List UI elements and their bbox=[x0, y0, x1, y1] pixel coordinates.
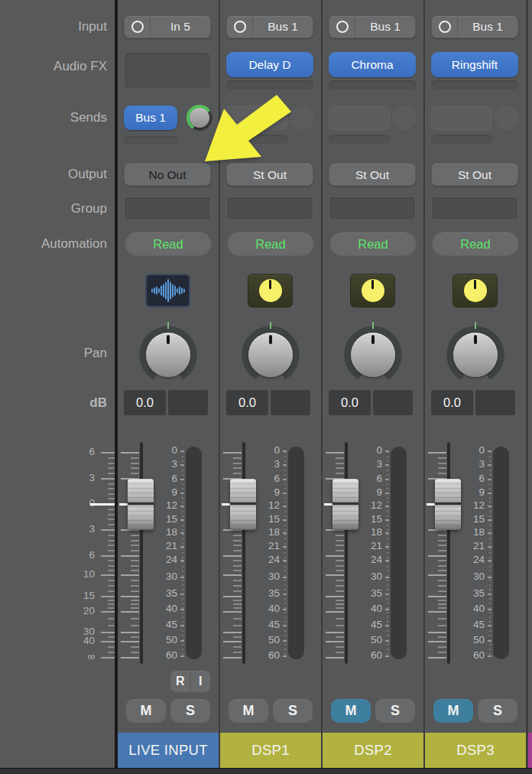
track-name[interactable]: DSP1 bbox=[220, 733, 321, 768]
automation-mode-button[interactable]: Read bbox=[125, 232, 212, 256]
input-source-button[interactable]: Bus 1 bbox=[431, 15, 518, 38]
send-empty-slot[interactable] bbox=[226, 106, 287, 130]
mute-button[interactable]: M bbox=[229, 699, 268, 723]
automation-mode-button[interactable]: Read bbox=[227, 232, 314, 256]
gain-scale-minor-tick bbox=[108, 600, 115, 601]
meter-scale-label: 60 bbox=[459, 649, 485, 661]
fader-ruler-tick bbox=[428, 574, 446, 576]
fader-ruler-minor-tick bbox=[336, 636, 344, 638]
fader-ruler-minor-tick bbox=[336, 457, 344, 459]
volume-db-display[interactable]: 0.0 bbox=[226, 390, 268, 415]
audio-fx-plugin-button[interactable]: Chroma bbox=[329, 52, 416, 77]
audio-fx-plugin-button[interactable]: Delay D bbox=[226, 52, 313, 77]
meter-scale-label: 35 bbox=[254, 587, 280, 599]
audio-fx-empty-slot[interactable] bbox=[431, 80, 518, 89]
audio-fx-empty-slot[interactable] bbox=[329, 80, 416, 89]
meter-scale-label: 15 bbox=[151, 513, 177, 525]
gain-scale-minor-tick bbox=[108, 540, 115, 541]
track-name[interactable]: DSP3 bbox=[425, 733, 526, 768]
gain-scale-minor-tick bbox=[108, 618, 115, 620]
send-empty-slot[interactable] bbox=[329, 135, 390, 144]
fader-ruler-minor-tick bbox=[438, 570, 446, 571]
audio-fx-empty-slot[interactable] bbox=[124, 52, 211, 89]
group-slot[interactable] bbox=[124, 197, 211, 220]
meter-scale-label: 9 bbox=[459, 486, 485, 498]
send-empty-slot[interactable] bbox=[124, 136, 177, 145]
automation-mode-button[interactable]: Read bbox=[432, 232, 519, 256]
send-empty-slot[interactable] bbox=[226, 135, 287, 144]
volume-db-display[interactable]: 0.0 bbox=[124, 390, 166, 415]
input-monitor-button[interactable]: I bbox=[191, 671, 211, 692]
gain-scale-minor-tick bbox=[108, 483, 115, 485]
send-empty-slot[interactable] bbox=[431, 106, 492, 130]
peak-level-display[interactable] bbox=[168, 390, 208, 415]
peak-level-display[interactable] bbox=[373, 390, 413, 415]
fader-ruler-tick bbox=[326, 596, 344, 597]
channel-format-button[interactable] bbox=[227, 16, 253, 37]
volume-db-display[interactable]: 0.0 bbox=[431, 390, 473, 415]
channel-format-button[interactable] bbox=[125, 16, 151, 37]
fader-cap[interactable] bbox=[435, 479, 461, 530]
fader-ruler-minor-tick bbox=[131, 535, 139, 536]
gain-scale-minor-tick bbox=[108, 607, 115, 609]
peak-level-display[interactable] bbox=[475, 390, 515, 415]
output-button[interactable]: No Out bbox=[124, 163, 211, 186]
solo-button[interactable]: S bbox=[273, 699, 313, 723]
mixer-window: Input Audio FX Sends Output Group Automa… bbox=[0, 0, 532, 774]
send-level-knob[interactable] bbox=[187, 105, 212, 131]
meter-scale-label: 18 bbox=[254, 526, 280, 538]
group-slot[interactable] bbox=[431, 197, 518, 220]
knob-icon[interactable] bbox=[248, 274, 293, 307]
fader-ruler-minor-tick bbox=[131, 652, 139, 653]
input-source-button[interactable]: Bus 1 bbox=[329, 15, 416, 38]
fader-ruler-minor-tick bbox=[233, 560, 242, 561]
track-name[interactable]: DSP2 bbox=[323, 733, 423, 768]
fader-ruler-tick bbox=[223, 574, 242, 576]
input-row-label: Input bbox=[78, 19, 107, 34]
mute-button[interactable]: M bbox=[331, 699, 371, 723]
fader-ruler-minor-tick bbox=[438, 550, 446, 551]
knob-icon[interactable] bbox=[350, 274, 395, 307]
mute-button[interactable]: M bbox=[433, 699, 473, 723]
send-slot-button[interactable]: Bus 1 bbox=[124, 106, 177, 130]
group-slot[interactable] bbox=[226, 197, 313, 220]
peak-level-display[interactable] bbox=[271, 390, 310, 415]
mono-format-icon bbox=[131, 21, 144, 33]
solo-button[interactable]: S bbox=[478, 699, 517, 723]
output-button[interactable]: St Out bbox=[226, 163, 313, 186]
channel-format-button[interactable] bbox=[329, 16, 355, 37]
audio-fx-plugin-button[interactable]: Ringshift bbox=[431, 52, 518, 77]
meter-scale-label: 24 bbox=[459, 554, 485, 565]
group-slot[interactable] bbox=[329, 197, 416, 220]
meter-scale-label: 0 bbox=[356, 444, 382, 456]
gain-scale-minor-tick bbox=[108, 603, 115, 605]
record-enable-button[interactable]: R bbox=[170, 671, 191, 692]
solo-button[interactable]: S bbox=[375, 699, 415, 723]
gain-scale-minor-tick bbox=[108, 519, 115, 520]
fader-cap[interactable] bbox=[332, 479, 358, 530]
meter-dotted-line bbox=[387, 451, 388, 656]
fader-ruler-minor-tick bbox=[438, 580, 446, 581]
output-button[interactable]: St Out bbox=[329, 163, 416, 186]
output-button[interactable]: St Out bbox=[431, 163, 518, 186]
channel-format-button[interactable] bbox=[432, 16, 458, 37]
gain-scale-tick bbox=[101, 574, 115, 576]
meter-scale-label: 50 bbox=[356, 634, 382, 646]
fader-cap[interactable] bbox=[128, 479, 154, 530]
send-empty-slot[interactable] bbox=[431, 135, 492, 144]
fader-cap[interactable] bbox=[230, 479, 256, 530]
gain-scale-minor-tick bbox=[108, 560, 115, 561]
output-row-label: Output bbox=[68, 167, 107, 182]
fader-cap-line bbox=[332, 502, 358, 505]
input-source-button[interactable]: Bus 1 bbox=[226, 15, 313, 38]
volume-db-display[interactable]: 0.0 bbox=[329, 390, 371, 415]
audio-waveform-icon[interactable] bbox=[145, 274, 190, 307]
track-name[interactable]: LIVE INPUT bbox=[118, 733, 219, 768]
send-empty-slot[interactable] bbox=[329, 106, 390, 130]
automation-mode-button[interactable]: Read bbox=[329, 232, 417, 256]
knob-icon[interactable] bbox=[453, 274, 498, 307]
solo-button[interactable]: S bbox=[170, 699, 210, 723]
mute-button[interactable]: M bbox=[126, 699, 166, 723]
input-source-button[interactable]: In 5 bbox=[124, 15, 211, 38]
audio-fx-empty-slot[interactable] bbox=[226, 80, 313, 89]
